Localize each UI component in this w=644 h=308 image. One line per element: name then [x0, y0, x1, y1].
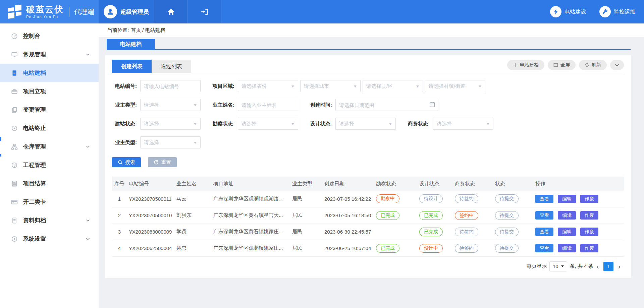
sidebar-item-change-mgmt[interactable]: 变更管理: [0, 101, 99, 119]
cell-type: 居民: [290, 224, 322, 240]
nav-item-station-build[interactable]: 电站建设: [550, 6, 586, 17]
search-button[interactable]: 搜索: [112, 157, 141, 167]
city-select[interactable]: 请选择城市▼: [300, 80, 361, 92]
nav-item-monitor-ops[interactable]: 监控运维: [599, 6, 635, 17]
toolbar: 电站建档 全屏 刷新: [507, 60, 624, 70]
chevron-down-icon: [86, 145, 90, 149]
sidebar-item-label: 常规管理: [23, 51, 46, 58]
owner-type-select[interactable]: 请选择▼: [140, 99, 201, 111]
void-button[interactable]: 作废: [580, 228, 598, 236]
total-label: 条, 共 4 条: [570, 263, 593, 269]
refresh-button[interactable]: 刷新: [579, 60, 607, 70]
sidebar-item-label: 资料归档: [23, 217, 46, 224]
col-owner: 业主姓名: [174, 177, 211, 191]
tab-create-list[interactable]: 创建列表: [112, 60, 152, 73]
calendar-icon: [429, 102, 435, 108]
col-no: 序号: [112, 177, 127, 191]
col-status: 状态: [493, 177, 533, 191]
home-button[interactable]: [154, 0, 188, 23]
fullscreen-button[interactable]: 全屏: [548, 60, 576, 70]
sidebar-item-open-card[interactable]: 开二类卡: [0, 193, 99, 211]
void-button[interactable]: 作废: [580, 211, 598, 220]
status-badge: 待提交: [495, 194, 519, 203]
nav-label: 电站建设: [565, 8, 586, 15]
design-status-badge: 已完成: [419, 211, 443, 220]
survey-status-badge: 勘察中: [376, 194, 399, 203]
per-page-select[interactable]: 10: [549, 261, 567, 271]
owner-name-input[interactable]: [238, 99, 298, 111]
business-status-select[interactable]: 请选择▼: [433, 118, 493, 130]
edit-button[interactable]: 编辑: [558, 211, 576, 220]
col-actions: 操作: [533, 177, 624, 191]
caret-down-icon: ▼: [486, 122, 490, 126]
page-1-button[interactable]: 1: [603, 262, 613, 271]
collapse-button[interactable]: [610, 60, 624, 70]
view-button[interactable]: 查看: [535, 195, 553, 203]
logo-subtitle: Po Jian Yun Fu: [26, 15, 64, 19]
sidebar-item-console[interactable]: 控制台: [0, 27, 99, 45]
sidebar-item-label: 变更管理: [23, 106, 46, 114]
owner-type2-label: 业主类型:: [112, 139, 137, 146]
sidebar-item-warehouse-mgmt[interactable]: 仓库管理: [0, 137, 99, 156]
page-tab-station-archive[interactable]: 电站建档: [107, 39, 155, 49]
void-button[interactable]: 作废: [580, 195, 598, 203]
province-select[interactable]: 请选择省份▼: [238, 80, 298, 92]
refresh-label: 刷新: [592, 62, 601, 68]
survey-status-badge: 已完成: [376, 211, 399, 220]
per-page-label: 每页显示: [527, 263, 547, 269]
sidebar-item-system-settings[interactable]: 系统设置: [0, 230, 99, 248]
survey-status-select[interactable]: 请选择▼: [238, 118, 298, 130]
next-page-button[interactable]: ›: [615, 263, 624, 270]
town-select[interactable]: 请选择村镇/街道▼: [425, 80, 485, 92]
plus-icon: [513, 63, 518, 67]
reset-button[interactable]: 重置: [148, 157, 177, 167]
search-label: 搜索: [125, 159, 135, 166]
sidebar-item-general-mgmt[interactable]: 常规管理: [0, 45, 99, 64]
gauge-icon: [11, 162, 18, 169]
edit-button[interactable]: 编辑: [558, 228, 576, 236]
col-address: 项目地址: [211, 177, 290, 191]
caret-down-icon: ▼: [388, 122, 393, 126]
pagination: 每页显示 10 条, 共 4 条 ‹ 1 ›: [112, 261, 624, 271]
sidebar-item-label: 项目立项: [23, 87, 46, 95]
view-button[interactable]: 查看: [535, 228, 553, 236]
create-station-button[interactable]: 电站建档: [507, 60, 544, 70]
sidebar-item-project-settlement[interactable]: 项目结算: [0, 174, 99, 193]
breadcrumb-path[interactable]: 首页 / 电站建档: [131, 27, 165, 34]
caret-down-icon: [561, 265, 564, 267]
user-menu[interactable]: 超级管理员: [99, 0, 154, 23]
county-select[interactable]: 请选择县/区▼: [363, 80, 423, 92]
prev-page-button[interactable]: ‹: [593, 263, 602, 270]
refresh-icon: [585, 63, 589, 67]
owner-type2-select[interactable]: 请选择▼: [140, 136, 201, 148]
build-status-select[interactable]: 请选择▼: [140, 118, 201, 130]
sidebar-item-project-initiation[interactable]: 项目立项: [0, 82, 99, 101]
create-time-input[interactable]: [335, 99, 438, 111]
edit-button[interactable]: 编辑: [558, 244, 576, 252]
sidebar-item-data-archive[interactable]: 资料归档: [0, 211, 99, 230]
sidebar-item-station-termination[interactable]: 电站终止: [0, 119, 99, 137]
content-card: 创建列表 通过列表 电站建档 全屏: [105, 55, 631, 278]
nav-label: 监控运维: [614, 8, 635, 15]
view-button[interactable]: 查看: [535, 211, 553, 220]
caret-down-icon: ▼: [478, 84, 482, 88]
survey-status-label: 勘察状态:: [210, 121, 234, 127]
design-status-select[interactable]: 请选择▼: [335, 118, 396, 130]
view-button[interactable]: 查看: [535, 244, 553, 252]
cell-address: 广东深圳龙华区黄石镇姚家庄...: [211, 224, 290, 240]
business-status-badge: 待签约: [455, 194, 478, 203]
sidebar-item-station-archive[interactable]: 电站建档: [0, 64, 99, 82]
reset-label: 重置: [161, 159, 171, 166]
build-status-label: 建站状态:: [112, 121, 137, 127]
logout-button[interactable]: [188, 0, 221, 23]
status-badge: 待提交: [495, 228, 519, 236]
home-icon: [167, 8, 175, 16]
tab-passed-list[interactable]: 通过列表: [152, 60, 191, 73]
sidebar-item-engineering-mgmt[interactable]: 工程管理: [0, 156, 99, 174]
business-status-badge: 待签约: [455, 244, 478, 253]
cell-no: 3: [112, 224, 127, 240]
per-page-value: 10: [553, 263, 558, 269]
edit-button[interactable]: 编辑: [558, 195, 576, 203]
station-code-input[interactable]: [140, 80, 201, 92]
void-button[interactable]: 作废: [580, 244, 598, 252]
